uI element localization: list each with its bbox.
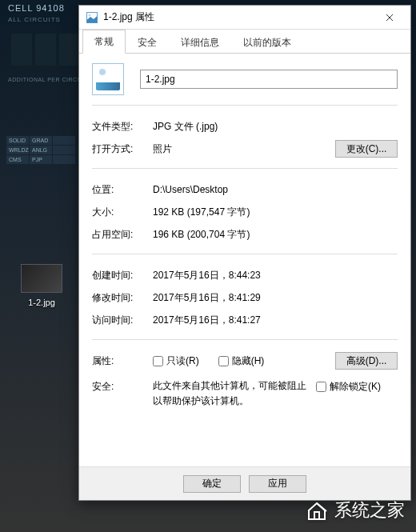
advanced-button[interactable]: 高级(D)... bbox=[335, 352, 398, 370]
house-icon bbox=[306, 500, 328, 521]
checkbox-unblock[interactable]: 解除锁定(K) bbox=[316, 380, 381, 394]
label-modified: 修改时间: bbox=[92, 291, 153, 305]
dialog-title: 1-2.jpg 属性 bbox=[103, 10, 154, 24]
label-accessed: 访问时间: bbox=[92, 314, 153, 327]
dialog-content: 文件类型: JPG 文件 (.jpg) 打开方式: 照片 更改(C)... 位置… bbox=[79, 54, 410, 466]
dialog-footer: 确定 应用 bbox=[79, 466, 410, 500]
divider bbox=[92, 168, 398, 169]
desktop-file-label: 1-2.jpg bbox=[18, 298, 66, 307]
checkbox-unblock-label: 解除锁定(K) bbox=[330, 380, 381, 394]
divider bbox=[92, 339, 398, 340]
value-location: D:\Users\Desktop bbox=[153, 184, 398, 195]
apply-button[interactable]: 应用 bbox=[249, 475, 306, 493]
security-text: 此文件来自其他计算机，可能被阻止以帮助保护该计算机。 bbox=[153, 378, 313, 409]
tab-bar: 常规 安全 详细信息 以前的版本 bbox=[79, 30, 410, 54]
checkbox-readonly-label: 只读(R) bbox=[166, 354, 199, 368]
value-created: 2017年5月16日，8:44:23 bbox=[153, 269, 398, 282]
thumbnail-image bbox=[21, 264, 62, 293]
bg-cell-label: CELL 94108 bbox=[8, 3, 65, 13]
label-location: 位置: bbox=[92, 183, 153, 197]
checkbox-readonly-input[interactable] bbox=[153, 356, 163, 366]
checkbox-unblock-input[interactable] bbox=[316, 382, 326, 392]
svg-point-1 bbox=[89, 14, 91, 16]
value-size: 192 KB (197,547 字节) bbox=[153, 206, 398, 219]
close-button[interactable] bbox=[375, 6, 404, 29]
label-security: 安全: bbox=[92, 378, 153, 394]
checkbox-hidden-label: 隐藏(H) bbox=[232, 354, 265, 368]
label-attributes: 属性: bbox=[92, 354, 153, 368]
tab-security[interactable]: 安全 bbox=[126, 30, 169, 54]
titlebar[interactable]: 1-2.jpg 属性 bbox=[79, 6, 410, 30]
bg-circuits-label: ALL CIRCUITS bbox=[8, 16, 61, 23]
change-button[interactable]: 更改(C)... bbox=[335, 140, 398, 158]
value-modified: 2017年5月16日，8:41:29 bbox=[153, 291, 398, 305]
checkbox-hidden-input[interactable] bbox=[218, 356, 229, 366]
checkbox-hidden[interactable]: 隐藏(H) bbox=[218, 354, 265, 368]
watermark-text: 系统之家 bbox=[334, 498, 405, 522]
tab-general[interactable]: 常规 bbox=[82, 30, 126, 54]
bg-squares bbox=[11, 34, 80, 66]
label-openwith: 打开方式: bbox=[92, 142, 153, 156]
divider bbox=[92, 105, 398, 106]
checkbox-readonly[interactable]: 只读(R) bbox=[153, 354, 199, 368]
divider bbox=[92, 254, 398, 254]
tab-previous-versions[interactable]: 以前的版本 bbox=[231, 30, 303, 54]
tab-details[interactable]: 详细信息 bbox=[169, 30, 231, 54]
file-type-icon bbox=[92, 63, 124, 95]
ok-button[interactable]: 确定 bbox=[183, 475, 241, 493]
watermark: 系统之家 bbox=[306, 498, 405, 522]
value-accessed: 2017年5月16日，8:41:27 bbox=[153, 314, 398, 327]
label-sizeondisk: 占用空间: bbox=[92, 228, 153, 242]
value-openwith: 照片 bbox=[153, 142, 335, 156]
label-created: 创建时间: bbox=[92, 269, 153, 282]
value-filetype: JPG 文件 (.jpg) bbox=[153, 120, 398, 134]
close-icon bbox=[386, 14, 394, 22]
label-filetype: 文件类型: bbox=[92, 120, 153, 134]
filename-input[interactable] bbox=[140, 70, 398, 89]
desktop-file-icon[interactable]: 1-2.jpg bbox=[18, 264, 66, 307]
properties-dialog: 1-2.jpg 属性 常规 安全 详细信息 以前的版本 文件类型: JPG 文件… bbox=[78, 5, 411, 501]
label-size: 大小: bbox=[92, 206, 153, 219]
titlebar-file-icon bbox=[86, 11, 98, 24]
svg-rect-2 bbox=[314, 512, 319, 519]
value-sizeondisk: 196 KB (200,704 字节) bbox=[153, 228, 398, 242]
bg-param-grid: SOLID GRAD WRLDZ ANLG CMS PJP bbox=[6, 136, 75, 164]
